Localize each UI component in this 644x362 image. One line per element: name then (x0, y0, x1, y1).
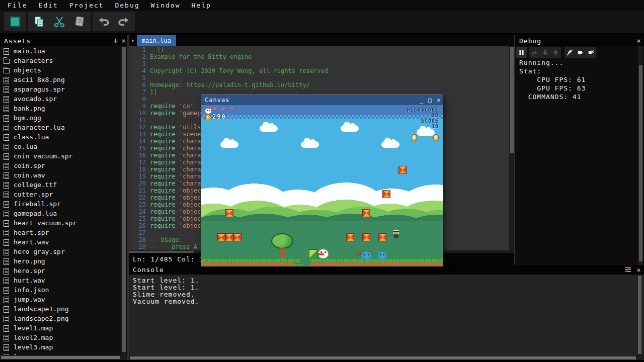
breakpoint-disable-button[interactable] (565, 47, 575, 58)
breakpoint-clear-button[interactable] (586, 47, 596, 58)
breakpoint-button[interactable] (575, 47, 586, 58)
menu-item-project[interactable]: Project (64, 2, 110, 9)
step-over-button[interactable] (529, 47, 540, 58)
crate-sprite (362, 233, 370, 241)
tab-list-dropdown-icon[interactable]: ▼ (129, 35, 137, 46)
asset-row[interactable]: avocado.spr (0, 94, 121, 104)
asset-row[interactable]: landscape1.png (0, 304, 121, 314)
asset-row[interactable]: jump.wav (0, 295, 121, 304)
close-button[interactable]: × (435, 95, 443, 105)
asset-label: heart.spr (14, 229, 49, 236)
line-text: require 'chara (150, 180, 201, 187)
cut-button[interactable] (49, 13, 69, 30)
asset-row[interactable]: cutter.spr (0, 190, 121, 199)
asset-row[interactable]: info.json (0, 285, 121, 295)
asset-row[interactable]: objects (0, 65, 121, 75)
asset-row[interactable]: hero gray.spr (0, 247, 121, 256)
asset-row[interactable]: level1.map (0, 323, 121, 333)
asset-row[interactable]: characters (0, 56, 121, 65)
menu-item-window[interactable]: Window (145, 2, 186, 9)
asset-row[interactable]: asparagus.spr (0, 84, 121, 94)
asset-row[interactable]: ascii 8x8.png (0, 75, 121, 84)
menu-item-edit[interactable]: Edit (33, 2, 63, 9)
asset-row[interactable]: landscape2.png (0, 314, 121, 323)
asset-label: characters (14, 57, 53, 64)
paste-button[interactable] (69, 13, 90, 30)
asset-row[interactable]: character.lua (0, 123, 121, 132)
asset-row[interactable]: hero.png (0, 256, 121, 266)
gem-block-sprite (309, 249, 318, 258)
step-into-button[interactable] (540, 47, 550, 58)
new-button[interactable] (5, 13, 25, 30)
asset-row[interactable]: class.lua (0, 132, 121, 142)
asset-label: main.lua (14, 47, 45, 55)
breakpoint-clear-icon (587, 49, 595, 56)
code-token: 'chara (179, 152, 201, 159)
assets-vscrollbar[interactable] (121, 46, 126, 355)
file-icon (4, 172, 10, 179)
menu-item-file[interactable]: File (2, 2, 33, 9)
line-number: 20 (129, 180, 146, 187)
canvas-title-bar[interactable]: Canvas _ □ × (201, 95, 443, 105)
console-vscrollbar[interactable] (637, 275, 642, 356)
grass-strip (201, 258, 300, 262)
asset-row[interactable]: level2.map (0, 333, 121, 342)
assets-hscrollbar[interactable] (0, 355, 127, 360)
asset-row[interactable]: hurt.wav (0, 276, 121, 285)
pause-button[interactable] (516, 47, 527, 58)
file-icon (4, 296, 10, 303)
editor-vscrollbar[interactable] (509, 46, 514, 250)
asset-row[interactable]: level3.map (0, 342, 121, 352)
line-number: 14 (129, 138, 146, 145)
asset-row[interactable]: bgm.ogg (0, 113, 121, 123)
copy-button[interactable] (29, 13, 49, 30)
asset-row[interactable]: bank.png (0, 104, 121, 113)
file-icon (4, 86, 10, 93)
debug-line: Running... (519, 58, 564, 67)
add-asset-button[interactable]: + (112, 35, 120, 46)
clear-console-icon[interactable] (624, 264, 632, 276)
ninja-sprite (393, 230, 399, 238)
line-number: 18 (129, 166, 146, 173)
code-token: 'objec (179, 187, 201, 194)
code-token: require (150, 152, 176, 159)
tab-main-lua[interactable]: main.lua (137, 35, 176, 46)
line-number: 15 (129, 145, 146, 152)
folder-icon (4, 67, 10, 74)
menu-item-debug[interactable]: Debug (109, 2, 145, 9)
undo-button[interactable] (94, 13, 114, 30)
asset-label: hero gray.spr (14, 248, 65, 255)
asset-row[interactable]: coin.spr (0, 161, 121, 170)
cursor-position: Ln: 1/485 Col: 1 (133, 255, 204, 263)
asset-row[interactable]: heart.wav (0, 237, 121, 247)
assets-panel: Assets + × main.luacharactersobjectsasci… (0, 35, 127, 360)
code-line: 2Example for the Bitty engine (129, 53, 509, 60)
debug-close-button[interactable]: × (635, 35, 643, 46)
code-token: 'objec (179, 222, 201, 229)
asset-row[interactable]: gamepad.lua (0, 209, 121, 218)
asset-row[interactable]: main.lua (0, 46, 121, 56)
maximize-button[interactable]: □ (426, 95, 434, 105)
asset-row[interactable]: heart.spr (0, 228, 121, 237)
code-token: 'chara (179, 138, 201, 145)
asset-row[interactable]: heart vacuum.spr (0, 218, 121, 228)
asset-row[interactable]: co.lua (0, 142, 121, 151)
asset-row[interactable]: hero.spr (0, 266, 121, 276)
line-number: 26 (129, 222, 146, 229)
code-token: 'chara (179, 180, 201, 187)
step-out-button[interactable] (550, 47, 561, 58)
asset-row[interactable]: fireball.spr (0, 199, 121, 209)
asset-row[interactable]: coin vacuum.spr (0, 151, 121, 161)
console-close-button[interactable]: × (635, 265, 643, 275)
debug-vscrollbar[interactable] (638, 46, 643, 265)
dirt-strip (310, 262, 443, 266)
redo-button[interactable] (114, 13, 134, 30)
asset-row[interactable]: college.ttf (0, 180, 121, 190)
line-text: require 'chara (150, 145, 201, 152)
minimize-button[interactable]: _ (418, 95, 426, 105)
console-hscrollbar[interactable] (129, 356, 644, 360)
asset-row[interactable]: coin.wav (0, 170, 121, 180)
menu-item-help[interactable]: Help (186, 2, 217, 9)
game-area[interactable]: ♥ ♥ ♥ 290 HIGHSCORE 10 SCORE 10 (201, 105, 443, 266)
asset-label: level3.map (14, 343, 53, 351)
